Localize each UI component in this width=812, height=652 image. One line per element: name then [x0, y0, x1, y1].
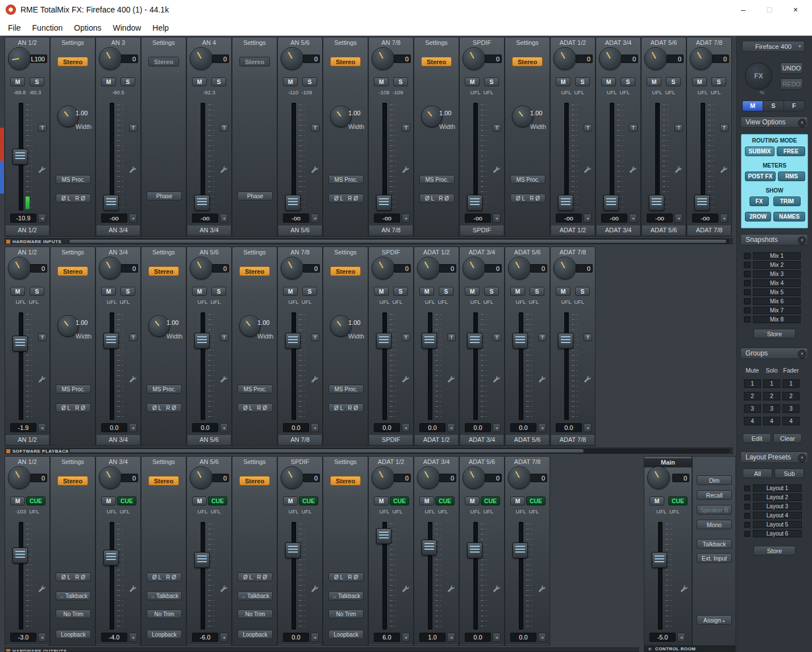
- gain-knob[interactable]: [8, 466, 31, 489]
- panel-arrow-icon[interactable]: ▼: [798, 454, 806, 462]
- channel-tools-icon[interactable]: [719, 165, 729, 175]
- gain-knob[interactable]: [281, 466, 303, 489]
- talkback-button[interactable]: →Talkback: [56, 591, 91, 600]
- channel-tools-icon[interactable]: [128, 584, 138, 594]
- collapse-strip-button[interactable]: ◄: [38, 633, 46, 642]
- phase-lr-button[interactable]: Ø L R Ø: [419, 194, 455, 203]
- solo-button[interactable]: S: [120, 287, 135, 296]
- channel-tools-icon[interactable]: [310, 375, 320, 384]
- mute-button[interactable]: M: [283, 77, 298, 86]
- collapse-strip-button[interactable]: ◄: [220, 214, 228, 223]
- gain-knob[interactable]: [190, 257, 213, 279]
- snapshot-select-button[interactable]: [744, 298, 751, 304]
- talkback-button[interactable]: →Talkback: [328, 591, 364, 600]
- post-fx-button[interactable]: POST FX: [745, 172, 776, 181]
- collapse-strip-button[interactable]: ◄: [447, 633, 455, 642]
- mute-button[interactable]: M: [101, 287, 116, 296]
- mute-button[interactable]: M: [283, 496, 298, 505]
- stereo-button[interactable]: Stereo: [148, 266, 179, 276]
- collapse-strip-button[interactable]: ◄: [493, 214, 501, 223]
- channel-tools-icon[interactable]: [447, 584, 456, 594]
- fader-handle[interactable]: [652, 552, 667, 568]
- talkback-button[interactable]: →Talkback: [238, 591, 273, 600]
- fader-handle[interactable]: [467, 195, 482, 211]
- trim-gain-button[interactable]: T: [38, 124, 47, 132]
- fader-track[interactable]: [519, 522, 523, 630]
- fader-handle[interactable]: [13, 547, 28, 563]
- fader-handle[interactable]: [376, 528, 392, 544]
- mute-button[interactable]: M: [649, 496, 664, 505]
- gain-knob[interactable]: [190, 47, 213, 70]
- speaker-b-button[interactable]: Speaker B: [697, 505, 732, 515]
- stereo-button[interactable]: Stereo: [239, 57, 270, 66]
- trim-gain-button[interactable]: T: [402, 333, 410, 341]
- mute-button[interactable]: M: [556, 77, 571, 86]
- fader-track[interactable]: [473, 312, 478, 420]
- solo-button[interactable]: S: [302, 77, 317, 86]
- mute-button[interactable]: M: [192, 287, 207, 296]
- channel-tools-icon[interactable]: [492, 584, 502, 594]
- horizontal-scrollbar[interactable]: [68, 449, 730, 453]
- channel-tools-icon[interactable]: [674, 165, 684, 175]
- fader-handle[interactable]: [513, 542, 528, 558]
- menu-options[interactable]: Options: [68, 21, 107, 35]
- loopback-button[interactable]: Loopback: [238, 630, 273, 639]
- fader-track[interactable]: [201, 522, 205, 630]
- gain-knob[interactable]: [463, 47, 485, 70]
- solo-button[interactable]: S: [666, 77, 681, 86]
- no-trim-button[interactable]: No Trim: [147, 609, 182, 618]
- mute-button[interactable]: M: [374, 77, 389, 86]
- mute-button[interactable]: M: [374, 287, 389, 296]
- fader-handle[interactable]: [194, 333, 210, 349]
- group-cell[interactable]: 2: [763, 392, 780, 400]
- trim-gain-button[interactable]: T: [38, 333, 47, 341]
- layout-checkbox[interactable]: [744, 513, 750, 519]
- phase-lr-button[interactable]: Ø L R Ø: [56, 572, 91, 582]
- snapshot-item[interactable]: Mix 1: [753, 252, 801, 260]
- solo-button[interactable]: S: [120, 77, 135, 86]
- collapse-strip-button[interactable]: ◄: [220, 633, 228, 642]
- collapse-strip-button[interactable]: ◄: [129, 423, 137, 432]
- stereo-button[interactable]: Stereo: [330, 266, 361, 276]
- snapshot-select-button[interactable]: [744, 289, 751, 295]
- mute-button[interactable]: M: [374, 496, 389, 505]
- snapshot-select-button[interactable]: [744, 262, 751, 268]
- ms-proc-button[interactable]: MS Proc.: [56, 175, 91, 184]
- gain-knob[interactable]: [281, 257, 303, 279]
- layout-item[interactable]: Layout 4: [753, 512, 802, 519]
- trim-gain-button[interactable]: T: [402, 124, 410, 132]
- snapshot-item[interactable]: Mix 5: [753, 289, 801, 296]
- snapshot-select-button[interactable]: [744, 316, 751, 323]
- gain-knob[interactable]: [599, 47, 622, 70]
- gain-knob[interactable]: [99, 257, 122, 279]
- stereo-button[interactable]: Stereo: [330, 476, 361, 486]
- trim-gain-button[interactable]: T: [629, 124, 638, 132]
- solo-button[interactable]: S: [711, 77, 726, 86]
- fader-track[interactable]: [292, 312, 296, 420]
- fader-track[interactable]: [19, 522, 23, 630]
- phase-lr-button[interactable]: Ø L R Ø: [147, 572, 182, 582]
- snapshot-select-button[interactable]: [744, 307, 751, 314]
- cue-button[interactable]: CUE: [117, 496, 136, 505]
- stereo-button[interactable]: Stereo: [421, 57, 452, 66]
- trim-gain-button[interactable]: T: [447, 333, 456, 341]
- fader-handle[interactable]: [467, 542, 482, 558]
- snapshot-item[interactable]: Mix 6: [753, 298, 801, 305]
- phase-lr-button[interactable]: Ø L R Ø: [510, 194, 546, 203]
- group-cell[interactable]: 1: [782, 379, 799, 388]
- channel-tools-icon[interactable]: [401, 165, 411, 175]
- group-cell[interactable]: 3: [763, 404, 780, 413]
- fader-handle[interactable]: [194, 195, 210, 211]
- panel-arrow-icon[interactable]: ▼: [798, 350, 806, 358]
- fader-track[interactable]: [428, 312, 432, 420]
- layout-all-button[interactable]: All: [743, 469, 772, 478]
- mute-button[interactable]: M: [465, 496, 480, 505]
- global-solo-button[interactable]: S: [763, 101, 784, 111]
- red-button redo-button[interactable]: REDO: [780, 78, 803, 90]
- talkback-button[interactable]: →Talkback: [147, 591, 182, 600]
- gain-knob[interactable]: [553, 47, 576, 70]
- fader-track[interactable]: [19, 312, 23, 420]
- fader-handle[interactable]: [558, 195, 573, 211]
- scrollbar-thumb[interactable]: [69, 240, 726, 243]
- layout-item[interactable]: Layout 3: [753, 503, 802, 510]
